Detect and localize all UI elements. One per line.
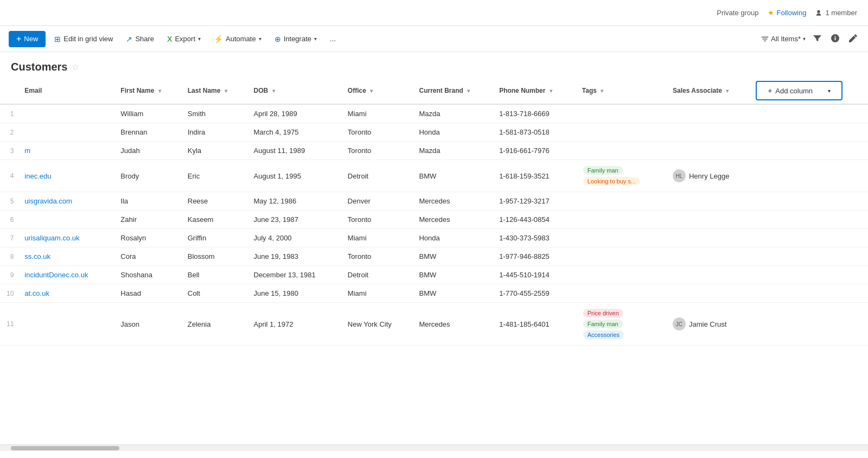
office-cell: Toronto bbox=[341, 211, 413, 229]
share-button[interactable]: ↗ Share bbox=[122, 31, 158, 47]
edit-button[interactable] bbox=[847, 32, 859, 46]
last-name-cell: Reese bbox=[181, 192, 247, 211]
th-office[interactable]: Office ▾ bbox=[341, 78, 413, 104]
dob-cell: April 1, 1972 bbox=[247, 303, 341, 346]
office-cell: Miami bbox=[341, 104, 413, 123]
th-tags[interactable]: Tags ▾ bbox=[576, 78, 666, 104]
sales-associate-cell bbox=[666, 284, 754, 303]
dob-cell: June 23, 1987 bbox=[247, 211, 341, 229]
brand-cell: BMW bbox=[412, 266, 493, 284]
page-header: Customers ☆ bbox=[0, 52, 868, 78]
office-cell: Toronto bbox=[341, 247, 413, 266]
th-last-name[interactable]: Last Name ▾ bbox=[181, 78, 247, 104]
sa-sort-icon: ▾ bbox=[726, 88, 729, 94]
filter-icon bbox=[813, 34, 821, 42]
th-phone-number[interactable]: Phone Number ▾ bbox=[493, 78, 576, 104]
first-name-cell: Ila bbox=[114, 192, 181, 211]
toolbar: + New ⊞ Edit in grid view ↗ Share X Expo… bbox=[0, 26, 868, 52]
row-number-cell: 3 bbox=[0, 142, 18, 160]
office-sort-icon: ▾ bbox=[370, 88, 373, 94]
person-icon bbox=[815, 9, 822, 17]
info-button[interactable] bbox=[829, 32, 841, 46]
add-column-button[interactable]: + Add column ▾ bbox=[756, 81, 843, 100]
new-button[interactable]: + New bbox=[9, 31, 46, 47]
last-name-cell: Smith bbox=[181, 104, 247, 123]
phone-cell: 1-977-946-8825 bbox=[493, 247, 576, 266]
add-col-empty-cell bbox=[754, 123, 868, 142]
export-button[interactable]: X Export ▾ bbox=[163, 31, 205, 47]
all-items-button[interactable]: All Items* ▾ bbox=[761, 35, 806, 43]
row-number-cell: 11 bbox=[0, 303, 18, 346]
integrate-chevron-icon: ▾ bbox=[314, 36, 317, 42]
th-add-column[interactable]: + Add column ▾ bbox=[754, 78, 868, 104]
tags-cell bbox=[576, 192, 666, 211]
th-sales-associate[interactable]: Sales Associate ▾ bbox=[666, 78, 754, 104]
th-dob[interactable]: DOB ▾ bbox=[247, 78, 341, 104]
top-bar-group: Private group ★ Following 1 member bbox=[717, 9, 857, 17]
first-name-cell: Shoshana bbox=[114, 266, 181, 284]
table-container[interactable]: Email First Name ▾ Last Name ▾ DOB ▾ Off… bbox=[0, 78, 868, 444]
filter-button[interactable] bbox=[811, 32, 824, 46]
email-cell: inec.edu bbox=[18, 160, 114, 192]
tags-cell bbox=[576, 284, 666, 303]
th-current-brand[interactable]: Current Brand ▾ bbox=[412, 78, 493, 104]
first-name-cell: Zahir bbox=[114, 211, 181, 229]
table-row[interactable]: 1WilliamSmithApril 28, 1989MiamiMazda1-8… bbox=[0, 104, 868, 123]
table-row[interactable]: 6ZahirKaseemJune 23, 1987TorontoMercedes… bbox=[0, 211, 868, 229]
integrate-button[interactable]: ⊕ Integrate ▾ bbox=[270, 31, 321, 47]
scrollbar-thumb[interactable] bbox=[11, 446, 119, 450]
table-row[interactable]: 3mJudahKylaAugust 11, 1989TorontoMazda1-… bbox=[0, 142, 868, 160]
integrate-icon: ⊕ bbox=[275, 35, 281, 43]
avatar: HL bbox=[673, 169, 686, 182]
add-col-empty-cell bbox=[754, 284, 868, 303]
sales-associate-cell bbox=[666, 247, 754, 266]
th-first-name[interactable]: First Name ▾ bbox=[114, 78, 181, 104]
table-row[interactable]: 11JasonZeleniaApril 1, 1972New York City… bbox=[0, 303, 868, 346]
row-number-cell: 1 bbox=[0, 104, 18, 123]
row-number-cell: 2 bbox=[0, 123, 18, 142]
office-cell: Toronto bbox=[341, 142, 413, 160]
table-row[interactable]: 9inciduntDonec.co.ukShoshanaBellDecember… bbox=[0, 266, 868, 284]
office-cell: Detroit bbox=[341, 266, 413, 284]
dob-cell: May 12, 1986 bbox=[247, 192, 341, 211]
table-row[interactable]: 2BrennanIndiraMarch 4, 1975TorontoHonda1… bbox=[0, 123, 868, 142]
email-cell: m bbox=[18, 142, 114, 160]
table-row[interactable]: 5uisgravida.comIlaReeseMay 12, 1986Denve… bbox=[0, 192, 868, 211]
brand-cell: Mercedes bbox=[412, 303, 493, 346]
export-chevron-icon: ▾ bbox=[198, 36, 201, 42]
brand-cell: BMW bbox=[412, 247, 493, 266]
more-options-button[interactable]: ... bbox=[326, 31, 340, 46]
edit-grid-view-button[interactable]: ⊞ Edit in grid view bbox=[50, 31, 117, 47]
table-row[interactable]: 10at.co.ukHasadColtJune 15, 1980MiamiBMW… bbox=[0, 284, 868, 303]
dob-cell: March 4, 1975 bbox=[247, 123, 341, 142]
sales-associate-cell bbox=[666, 104, 754, 123]
sales-associate-info: JCJamie Crust bbox=[673, 317, 747, 330]
row-number-cell: 8 bbox=[0, 247, 18, 266]
tags-cell bbox=[576, 247, 666, 266]
star-icon: ★ bbox=[768, 9, 774, 17]
table-row[interactable]: 4inec.eduBrodyEricAugust 1, 1995DetroitB… bbox=[0, 160, 868, 192]
row-number-cell: 7 bbox=[0, 229, 18, 247]
table-row[interactable]: 8ss.co.ukCoraBlossomJune 19, 1983Toronto… bbox=[0, 247, 868, 266]
email-cell: ss.co.uk bbox=[18, 247, 114, 266]
sales-associate-cell bbox=[666, 142, 754, 160]
phone-cell: 1-957-129-3217 bbox=[493, 192, 576, 211]
customers-table: Email First Name ▾ Last Name ▾ DOB ▾ Off… bbox=[0, 78, 868, 346]
following-button[interactable]: ★ Following bbox=[768, 9, 807, 17]
plus-icon: + bbox=[16, 34, 21, 44]
email-cell bbox=[18, 211, 114, 229]
last-name-cell: Bell bbox=[181, 266, 247, 284]
add-col-empty-cell bbox=[754, 229, 868, 247]
add-col-empty-cell bbox=[754, 104, 868, 123]
table-row[interactable]: 7urisaliquam.co.ukRosalynGriffinJuly 4, … bbox=[0, 229, 868, 247]
horizontal-scrollbar[interactable] bbox=[0, 444, 868, 451]
favorite-star-icon[interactable]: ☆ bbox=[72, 62, 79, 72]
filter-list-icon bbox=[761, 35, 769, 43]
add-col-empty-cell bbox=[754, 303, 868, 346]
row-number-cell: 6 bbox=[0, 211, 18, 229]
th-email[interactable]: Email bbox=[18, 78, 114, 104]
tags-cell bbox=[576, 266, 666, 284]
first-name-cell: William bbox=[114, 104, 181, 123]
tags-cell bbox=[576, 229, 666, 247]
automate-button[interactable]: ⚡ Automate ▾ bbox=[209, 31, 266, 47]
